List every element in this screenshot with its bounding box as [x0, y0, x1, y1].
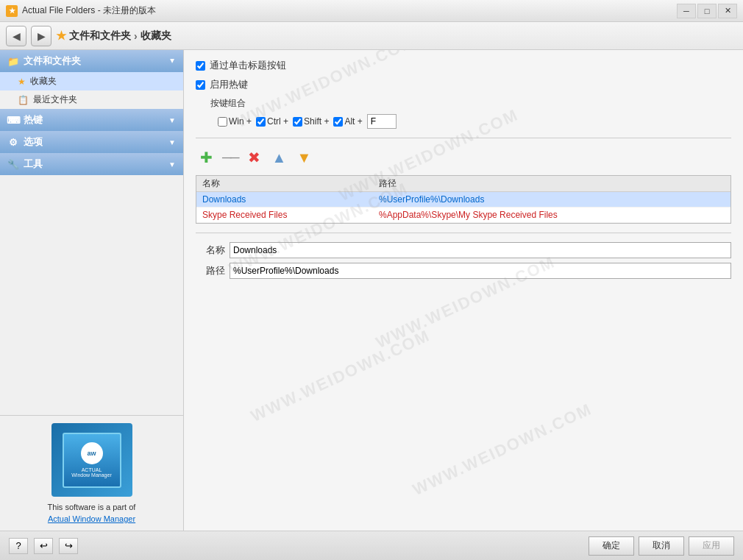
col-header-name: 名称 — [202, 177, 379, 190]
sidebar: 📁 文件和文件夹 ▲ ★ 收藏夹 📋 最近文件夹 ⌨ 热键 ▼ ⚙ 选项 — [0, 50, 184, 531]
hotkey-ctrl-label: Ctrl + — [267, 116, 288, 127]
checkbox-title-button[interactable] — [196, 61, 205, 71]
sidebar-section-hotkeys-label: 热键 — [24, 113, 43, 127]
promo-caption: This software is a part of — [7, 503, 176, 511]
bottom-bar: ? ↩ ↪ 确定 取消 应用 — [0, 531, 743, 560]
detail-name-label: 名称 — [196, 244, 225, 257]
hotkey-alt-checkbox[interactable] — [333, 117, 343, 127]
hotkey-combos: Win + Ctrl + Shift + Alt + — [218, 114, 731, 129]
hotkey-win-checkbox[interactable] — [218, 117, 227, 127]
options-icon: ⚙ — [7, 136, 19, 148]
undo-button[interactable]: ↩ — [34, 538, 53, 554]
detail-path-label: 路径 — [196, 264, 225, 277]
remove-button[interactable]: ── — [221, 147, 240, 168]
promo-product-image: aw ACTUALWindow Manager — [51, 423, 132, 497]
sidebar-section-hotkeys[interactable]: ⌨ 热键 ▼ — [0, 109, 183, 131]
hotkey-shift-label: Shift + — [304, 116, 329, 127]
redo-icon: ↪ — [65, 540, 73, 551]
move-up-button[interactable]: ▲ — [269, 147, 290, 168]
breadcrumb-page: 收藏夹 — [141, 29, 171, 43]
breadcrumb: ★ 文件和文件夹 › 收藏夹 — [56, 29, 171, 43]
sidebar-promo: aw ACTUALWindow Manager This software is… — [0, 415, 183, 531]
hotkey-shift-checkbox[interactable] — [293, 117, 302, 127]
divider-1 — [196, 138, 731, 138]
sidebar-section-options[interactable]: ⚙ 选项 ▼ — [0, 131, 183, 153]
hotkeys-icon: ⌨ — [7, 114, 19, 126]
breadcrumb-separator: › — [134, 30, 138, 42]
close-button[interactable]: ✕ — [718, 4, 737, 18]
titlebar: ★ Actual File Folders - 未注册的版本 ─ □ ✕ — [0, 0, 743, 22]
sidebar-section-files-label: 文件和文件夹 — [24, 54, 81, 68]
bottom-left: ? ↩ ↪ — [9, 538, 78, 554]
add-button[interactable]: ✚ — [196, 147, 216, 168]
folder-path-downloads: %UserProfile%\Downloads — [379, 194, 725, 205]
redo-button[interactable]: ↪ — [59, 538, 78, 554]
hotkey-ctrl-checkbox[interactable] — [256, 117, 266, 127]
folder-path-skype: %AppData%\Skype\My Skype Received Files — [379, 210, 725, 220]
sidebar-section-tools-label: 工具 — [24, 157, 43, 171]
move-down-button[interactable]: ▼ — [294, 147, 315, 168]
folder-row-downloads[interactable]: Downloads %UserProfile%\Downloads — [196, 192, 730, 208]
divider-2 — [196, 233, 731, 233]
favorites-icon: ★ — [18, 77, 26, 87]
hotkey-shift: Shift + — [293, 116, 329, 127]
detail-name-input[interactable] — [230, 242, 731, 258]
options-chevron-icon: ▼ — [168, 138, 176, 146]
help-button[interactable]: ? — [9, 538, 28, 554]
cancel-button[interactable]: 取消 — [639, 536, 684, 556]
app-icon-text: ★ — [9, 7, 15, 15]
minimize-button[interactable]: ─ — [677, 4, 696, 18]
sidebar-item-favorites-label: 收藏夹 — [30, 75, 57, 88]
folder-list: 名称 路径 Downloads %UserProfile%\Downloads … — [196, 175, 731, 224]
titlebar-controls[interactable]: ─ □ ✕ — [677, 4, 737, 18]
hotkey-group-label: 按键组合 — [210, 97, 731, 110]
breadcrumb-section: 文件和文件夹 — [69, 29, 131, 43]
hotkey-ctrl: Ctrl + — [256, 116, 288, 127]
sidebar-section-options-label: 选项 — [24, 135, 43, 149]
hotkey-alt: Alt + — [333, 116, 362, 127]
hotkey-win-label: Win + — [229, 116, 252, 127]
app-icon: ★ — [6, 5, 18, 17]
forward-button[interactable]: ▶ — [31, 26, 51, 46]
promo-link[interactable]: Actual Window Manager — [7, 514, 176, 523]
files-chevron-icon: ▲ — [168, 57, 176, 65]
sidebar-section-tools[interactable]: 🔧 工具 ▼ — [0, 153, 183, 175]
detail-path-input[interactable] — [230, 263, 731, 279]
sidebar-item-favorites[interactable]: ★ 收藏夹 — [0, 72, 183, 91]
help-icon: ? — [15, 540, 21, 551]
bottom-right: 确定 取消 应用 — [589, 536, 734, 556]
checkbox-title-button-label: 通过单击标题按钮 — [210, 59, 286, 72]
tools-icon: 🔧 — [7, 158, 19, 170]
apply-button[interactable]: 应用 — [689, 536, 734, 556]
checkbox-title-button-row: 通过单击标题按钮 — [196, 59, 731, 72]
col-header-path: 路径 — [379, 177, 725, 190]
undo-icon: ↩ — [40, 540, 48, 551]
content-area: 通过单击标题按钮 启用热键 按键组合 Win + Ctrl + — [184, 50, 743, 531]
sidebar-item-recent[interactable]: 📋 最近文件夹 — [0, 91, 183, 109]
sidebar-item-recent-label: 最近文件夹 — [33, 93, 77, 106]
hotkey-alt-label: Alt + — [344, 116, 362, 127]
ok-button[interactable]: 确定 — [589, 536, 634, 556]
checkbox-hotkey[interactable] — [196, 80, 205, 90]
maximize-button[interactable]: □ — [697, 4, 717, 18]
delete-button[interactable]: ✖ — [244, 147, 265, 168]
breadcrumb-star-icon: ★ — [56, 29, 66, 43]
promo-logo: aw — [81, 442, 103, 464]
checkbox-hotkey-label: 启用热键 — [210, 78, 248, 91]
action-toolbar: ✚ ── ✖ ▲ ▼ — [196, 147, 731, 168]
files-icon: 📁 — [7, 55, 19, 67]
hotkey-key-input[interactable] — [367, 114, 397, 129]
toolbar: ◀ ▶ ★ 文件和文件夹 › 收藏夹 — [0, 22, 743, 50]
hotkeys-chevron-icon: ▼ — [168, 116, 176, 124]
folder-list-header: 名称 路径 — [196, 176, 730, 192]
window-title: Actual File Folders - 未注册的版本 — [22, 4, 156, 17]
detail-path-row: 路径 — [196, 263, 731, 279]
recent-icon: 📋 — [18, 95, 29, 105]
folder-row-skype[interactable]: Skype Received Files %AppData%\Skype\My … — [196, 208, 730, 223]
folder-name-downloads: Downloads — [202, 194, 379, 205]
titlebar-left: ★ Actual File Folders - 未注册的版本 — [6, 4, 156, 17]
tools-chevron-icon: ▼ — [168, 160, 176, 169]
sidebar-section-files[interactable]: 📁 文件和文件夹 ▲ — [0, 50, 183, 72]
back-button[interactable]: ◀ — [6, 26, 26, 46]
checkbox-hotkey-row: 启用热键 — [196, 78, 731, 91]
